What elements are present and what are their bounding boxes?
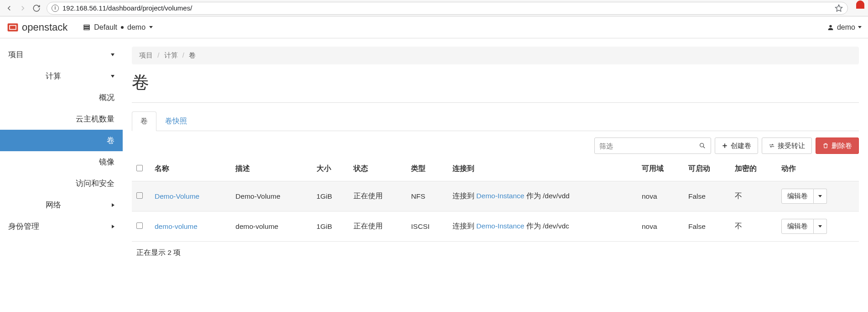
- search-icon[interactable]: [699, 142, 706, 149]
- button-label: 创建卷: [731, 142, 751, 150]
- bookmark-star-icon[interactable]: [835, 4, 843, 12]
- row-actions-dropdown[interactable]: [814, 219, 827, 234]
- main-content: 项目 / 计算 / 卷 卷 卷 卷快照 创建卷 接受转让: [123, 38, 868, 264]
- sidebar-group-compute[interactable]: 计算: [0, 65, 123, 87]
- tab-snapshots[interactable]: 卷快照: [156, 111, 196, 131]
- domain-icon: [83, 24, 90, 31]
- sidebar-label: 计算: [46, 71, 61, 81]
- breadcrumb: 项目 / 计算 / 卷: [132, 47, 859, 64]
- cell-bootable: False: [684, 181, 730, 212]
- row-actions-dropdown[interactable]: [814, 189, 827, 204]
- svg-point-8: [700, 143, 704, 147]
- col-name[interactable]: 名称: [150, 157, 231, 181]
- breadcrumb-item[interactable]: 项目: [139, 51, 153, 59]
- breadcrumb-separator: /: [180, 51, 187, 59]
- cell-status: 正在使用: [349, 212, 406, 242]
- volumes-table: 名称 描述 大小 状态 类型 连接到 可用域 可启动 加密的 动作 Demo-V…: [132, 157, 859, 242]
- col-zone[interactable]: 可用域: [637, 157, 684, 181]
- caret-down-icon: [818, 195, 822, 197]
- table-row: demo-volume demo-volume 1GiB 正在使用 ISCSI …: [132, 212, 859, 242]
- col-encrypted[interactable]: 加密的: [730, 157, 777, 181]
- brand-logo[interactable]: openstack: [6, 21, 68, 34]
- project-label: demo: [127, 23, 146, 32]
- cell-bootable: False: [684, 212, 730, 242]
- domain-label: Default: [94, 23, 117, 32]
- row-checkbox[interactable]: [136, 192, 143, 199]
- cell-attached: 连接到 Demo-Instance 作为 /dev/vdc: [448, 212, 637, 242]
- sidebar-group-network[interactable]: 网络: [0, 194, 123, 216]
- tab-volumes[interactable]: 卷: [132, 111, 156, 131]
- sidebar-item-access[interactable]: 访问和安全: [0, 173, 123, 194]
- col-desc[interactable]: 描述: [231, 157, 312, 181]
- cell-encrypted: 不: [730, 181, 777, 212]
- sidebar-item-images[interactable]: 镜像: [0, 151, 123, 173]
- trash-icon: [822, 143, 829, 149]
- breadcrumb-item[interactable]: 计算: [164, 51, 178, 59]
- sidebar: 项目 计算 概况 云主机数量 卷 镜像 访问和安全 网络 身份管理: [0, 38, 123, 264]
- attached-suffix: 作为 /dev/vdd: [524, 192, 569, 200]
- attached-prefix: 连接到: [452, 192, 476, 200]
- sidebar-item-volumes[interactable]: 卷: [0, 130, 123, 151]
- user-menu[interactable]: demo: [827, 23, 862, 32]
- volume-name-link[interactable]: demo-volume: [155, 222, 198, 230]
- sidebar-label: 镜像: [99, 157, 114, 167]
- url-text: 192.168.56.11/dashboard/project/volumes/: [62, 4, 831, 12]
- svg-marker-0: [836, 5, 842, 11]
- edit-volume-button[interactable]: 编辑卷: [781, 189, 814, 204]
- col-size[interactable]: 大小: [312, 157, 349, 181]
- browser-reload-button[interactable]: [31, 3, 42, 14]
- instance-link[interactable]: Demo-Instance: [476, 192, 524, 200]
- col-status[interactable]: 状态: [349, 157, 406, 181]
- accept-transfer-button[interactable]: 接受转让: [762, 137, 812, 154]
- browser-back-button[interactable]: [4, 3, 15, 14]
- browser-address-bar[interactable]: i 192.168.56.11/dashboard/project/volume…: [47, 2, 848, 15]
- browser-forward-button[interactable]: [17, 3, 28, 14]
- cell-zone: nova: [637, 181, 684, 212]
- sidebar-group-identity[interactable]: 身份管理: [0, 216, 123, 237]
- filter-input[interactable]: [599, 142, 699, 150]
- table-footer: 正在显示 2 项: [132, 242, 859, 264]
- svg-rect-4: [84, 25, 89, 26]
- svg-point-7: [829, 25, 832, 27]
- cell-status: 正在使用: [349, 181, 406, 212]
- tab-label: 卷: [140, 117, 148, 125]
- col-type[interactable]: 类型: [406, 157, 448, 181]
- row-actions: 编辑卷: [781, 219, 854, 234]
- svg-line-9: [703, 147, 705, 148]
- attached-suffix: 作为 /dev/vdc: [524, 222, 569, 230]
- sidebar-item-instances[interactable]: 云主机数量: [0, 108, 123, 130]
- sidebar-item-overview[interactable]: 概况: [0, 87, 123, 108]
- button-label: 接受转让: [778, 142, 805, 150]
- button-label: 删除卷: [832, 142, 852, 150]
- volume-name-link[interactable]: Demo-Volume: [155, 192, 199, 200]
- browser-toolbar: i 192.168.56.11/dashboard/project/volume…: [0, 0, 868, 16]
- project-switcher[interactable]: Default demo: [83, 23, 153, 32]
- svg-rect-5: [84, 26, 89, 28]
- cell-size: 1GiB: [312, 181, 349, 212]
- edit-volume-button[interactable]: 编辑卷: [781, 219, 814, 234]
- svg-rect-6: [84, 28, 89, 30]
- create-volume-button[interactable]: 创建卷: [715, 137, 758, 154]
- plus-icon: [722, 143, 728, 149]
- cell-type: ISCSI: [406, 212, 448, 242]
- openstack-logo-icon: [6, 21, 19, 34]
- chevron-right-icon: [112, 203, 114, 207]
- site-info-icon[interactable]: i: [52, 5, 59, 12]
- col-bootable[interactable]: 可启动: [684, 157, 730, 181]
- cell-desc: demo-volume: [231, 212, 312, 242]
- sidebar-label: 云主机数量: [76, 114, 114, 124]
- row-checkbox[interactable]: [136, 222, 143, 229]
- instance-link[interactable]: Demo-Instance: [476, 222, 524, 230]
- breadcrumb-separator: /: [155, 51, 162, 59]
- delete-volume-button[interactable]: 删除卷: [816, 137, 859, 154]
- caret-down-icon: [149, 26, 153, 28]
- cell-type: NFS: [406, 181, 448, 212]
- cell-encrypted: 不: [730, 212, 777, 242]
- select-all-checkbox[interactable]: [136, 165, 143, 171]
- cell-size: 1GiB: [312, 212, 349, 242]
- col-attached[interactable]: 连接到: [448, 157, 637, 181]
- chevron-down-icon: [111, 53, 114, 56]
- row-actions: 编辑卷: [781, 189, 854, 204]
- sidebar-group-project[interactable]: 项目: [0, 44, 123, 65]
- cell-attached: 连接到 Demo-Instance 作为 /dev/vdd: [448, 181, 637, 212]
